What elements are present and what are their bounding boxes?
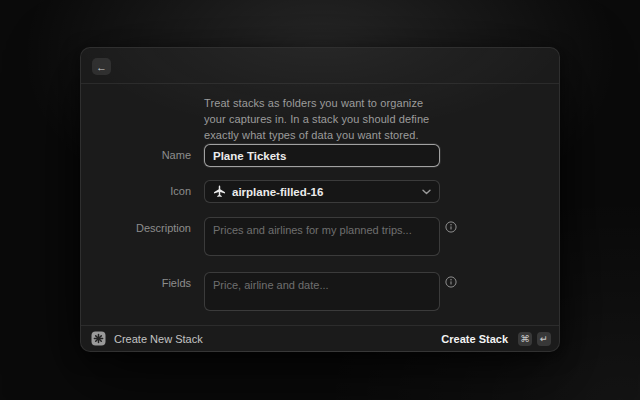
- name-input[interactable]: [204, 144, 440, 167]
- back-button[interactable]: ←: [92, 58, 111, 75]
- chevron-down-icon: [422, 189, 431, 195]
- create-stack-button[interactable]: Create Stack: [441, 333, 508, 345]
- icon-dropdown-value: airplane-filled-16: [232, 186, 323, 198]
- return-key-icon: ↵: [537, 332, 551, 346]
- name-label: Name: [81, 149, 191, 161]
- app-logo-icon: [91, 331, 106, 346]
- back-arrow-icon: ←: [96, 61, 107, 73]
- description-info-icon[interactable]: [445, 221, 457, 233]
- command-title: Create New Stack: [114, 333, 203, 345]
- description-label: Description: [81, 222, 191, 234]
- action-bar: Create New Stack Create Stack ⌘ ↵: [81, 325, 559, 351]
- intro-text: Treat stacks as folders you want to orga…: [204, 95, 448, 143]
- command-key-icon: ⌘: [518, 332, 532, 346]
- create-stack-window: ← Treat stacks as folders you want to or…: [80, 47, 560, 352]
- icon-dropdown[interactable]: airplane-filled-16: [204, 180, 440, 203]
- window-header: ←: [81, 48, 559, 84]
- airplane-icon: [213, 185, 226, 198]
- fields-info-icon[interactable]: [445, 276, 457, 288]
- icon-label: Icon: [81, 185, 191, 197]
- description-input[interactable]: [204, 217, 440, 256]
- fields-input[interactable]: [204, 272, 440, 311]
- fields-label: Fields: [81, 277, 191, 289]
